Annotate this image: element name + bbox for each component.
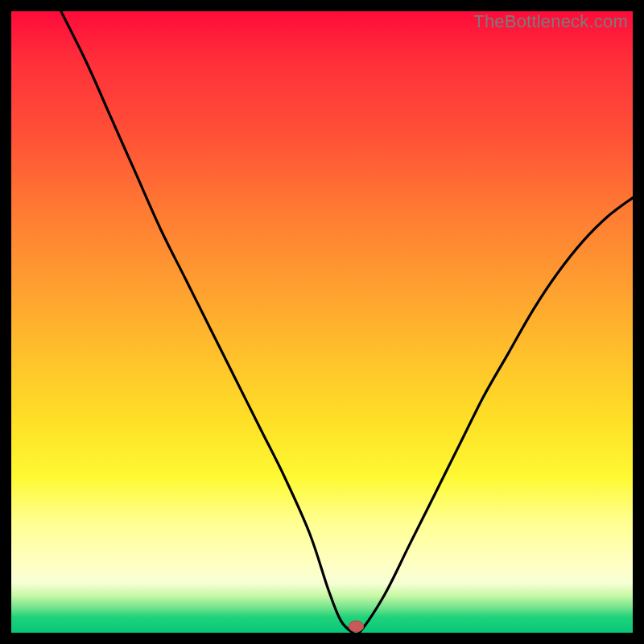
bottleneck-curve [61, 11, 633, 636]
optimal-point-marker [349, 621, 364, 632]
chart-svg [11, 11, 633, 633]
chart-frame: TheBottleneck.com [0, 0, 644, 644]
plot-area: TheBottleneck.com [11, 11, 633, 633]
